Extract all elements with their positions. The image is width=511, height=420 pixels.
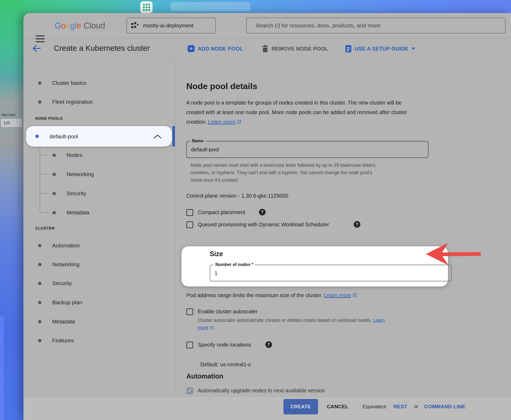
compact-placement-checkbox[interactable] — [186, 209, 193, 216]
or-label: or — [414, 404, 418, 409]
remove-node-pool-button[interactable]: REMOVE NODE POOL — [262, 45, 328, 53]
sidebar-item-networking[interactable]: Networking — [38, 260, 80, 269]
use-setup-guide-button[interactable]: USE A SETUP GUIDE — [345, 45, 415, 53]
step-dot-icon — [38, 301, 42, 304]
app-launcher-chip — [140, 1, 153, 13]
pod-learn-more-link[interactable]: Learn more — [324, 292, 351, 298]
auto-upgrade-checkbox[interactable]: ✓ — [186, 387, 193, 394]
sidebar-item-nodes[interactable]: Nodes — [52, 151, 82, 160]
step-dot-icon — [52, 192, 56, 195]
add-node-pool-button[interactable]: + ADD NODE POOL — [188, 45, 243, 53]
cloud-console-window: Google Cloud mostly-ai-deployment Search… — [23, 13, 511, 420]
logo-letter: G — [55, 21, 61, 31]
project-icon — [131, 22, 139, 29]
external-link-icon — [210, 325, 214, 332]
tree-line — [40, 174, 49, 174]
autoscaler-help-text: Cluster autoscaler automatically creates… — [198, 317, 391, 332]
step-dot-icon — [38, 339, 42, 342]
chevron-up-icon[interactable] — [153, 134, 162, 139]
trash-icon — [262, 45, 268, 52]
specify-node-locations-checkbox[interactable] — [186, 342, 193, 348]
external-link-icon — [352, 291, 357, 301]
create-button[interactable]: CREATE — [283, 399, 318, 414]
name-field-label: Name — [190, 139, 205, 143]
sidebar-item-cluster-basics[interactable]: Cluster basics — [38, 78, 86, 88]
hamburger-menu-icon[interactable] — [36, 35, 45, 42]
logo-cloud-word: Cloud — [84, 21, 105, 31]
size-section-spotlight: Size Number of nodes * 1 — [182, 246, 448, 286]
size-heading: Size — [210, 250, 223, 258]
sidebar-item-automation[interactable]: Automation — [38, 241, 80, 250]
project-name: mostly-ai-deployment — [143, 23, 193, 29]
sidebar-item-pool-metadata[interactable]: Metadata — [52, 208, 89, 217]
default-location-text: Default: us-central1-c — [200, 360, 251, 369]
tree-line — [40, 147, 40, 213]
sidebar-item-default-pool[interactable]: default-pool — [26, 126, 172, 147]
automation-heading: Automation — [186, 372, 223, 380]
node-locations-help-icon[interactable]: ? — [265, 341, 272, 348]
step-dot-icon — [38, 100, 42, 104]
command-line-link[interactable]: COMMAND LINE — [424, 404, 465, 410]
plus-icon: + — [188, 45, 195, 52]
number-of-nodes-field[interactable]: Number of nodes * 1 — [210, 265, 452, 281]
background-toolbar-shape — [170, 2, 250, 11]
equivalent-label: Equivalent — [362, 404, 386, 410]
queued-provisioning-checkbox[interactable] — [186, 221, 193, 228]
step-dot-icon — [38, 263, 42, 266]
step-dot-icon-active — [35, 135, 39, 138]
grid-icon — [143, 4, 150, 11]
sidebar-item-fleet-registration[interactable]: Fleet registration — [38, 97, 93, 106]
tree-line — [40, 155, 49, 155]
step-dot-icon — [52, 153, 56, 157]
step-dot-icon — [52, 211, 56, 214]
project-selector[interactable]: mostly-ai-deployment — [126, 18, 216, 34]
pod-address-note: Pod address range limits the maximum siz… — [186, 290, 357, 301]
specify-node-locations-row: Specify node locations — [186, 341, 251, 348]
number-of-nodes-label: Number of nodes * — [213, 262, 255, 267]
document-icon — [345, 45, 351, 52]
red-arrow-annotation — [424, 241, 482, 268]
control-plane-version: Control plane version - 1.30.6-gke.11250… — [186, 191, 288, 201]
sidebar-item-pool-security[interactable]: Security — [52, 189, 86, 198]
sidebar-section-node-pools: NODE POOLS — [35, 116, 63, 120]
sidebar-item-pool-networking[interactable]: Networking — [52, 170, 94, 179]
step-dot-icon — [38, 244, 42, 247]
google-cloud-logo: Google Cloud — [55, 20, 105, 31]
step-dot-icon — [38, 81, 42, 85]
sidebar-item-security[interactable]: Security — [38, 279, 72, 288]
cluster-autoscaler-checkbox[interactable] — [186, 308, 193, 315]
sidebar-item-metadata[interactable]: Metadata — [38, 317, 75, 326]
search-input[interactable]: Search (/) for resources, docs, products… — [246, 18, 506, 34]
step-dot-icon — [38, 320, 42, 323]
name-field-value: default-pool — [191, 147, 219, 153]
cluster-autoscaler-row: Enable cluster autoscaler — [186, 308, 258, 315]
tree-line — [40, 193, 49, 194]
step-dot-icon — [38, 282, 42, 285]
rest-link[interactable]: REST — [393, 404, 407, 410]
header-divider — [23, 61, 511, 61]
screen: Max traini 120 Google Cloud mostly-ai-de… — [0, 0, 511, 420]
tree-line — [40, 212, 49, 213]
auto-upgrade-row: ✓ Automatically upgrade nodes to next av… — [186, 387, 325, 394]
topbar-divider — [23, 38, 511, 38]
name-field[interactable]: Name default-pool — [186, 141, 428, 158]
sidebar-item-features[interactable]: Features — [38, 336, 74, 345]
intro-paragraph: A node pool is a template for groups of … — [186, 98, 417, 127]
content-title: Node pool details — [186, 81, 257, 91]
background-max-training-label: Max traini — [2, 113, 23, 117]
learn-more-link[interactable]: Learn more — [208, 119, 235, 125]
chevron-down-icon — [411, 48, 415, 50]
compact-placement-help-icon[interactable]: ? — [259, 209, 266, 215]
back-arrow-icon[interactable] — [31, 43, 43, 54]
compact-placement-row: Compact placement — [186, 209, 245, 216]
search-placeholder: Search (/) for resources, docs, products… — [256, 22, 380, 29]
sidebar-section-cluster: CLUSTER — [35, 226, 55, 230]
page-title: Create a Kubernetes cluster — [54, 44, 150, 53]
queued-provisioning-help-icon[interactable]: ? — [354, 221, 360, 228]
external-link-icon — [237, 118, 242, 127]
cancel-button[interactable]: CANCEL — [327, 404, 349, 410]
footer-bar: CREATE CANCEL Equivalent REST or COMMAND… — [23, 396, 511, 420]
sidebar-item-backup-plan[interactable]: Backup plan — [38, 298, 82, 307]
background-blue-bar — [0, 317, 4, 420]
name-help-text: Node pool names must start with a lowerc… — [191, 161, 385, 184]
